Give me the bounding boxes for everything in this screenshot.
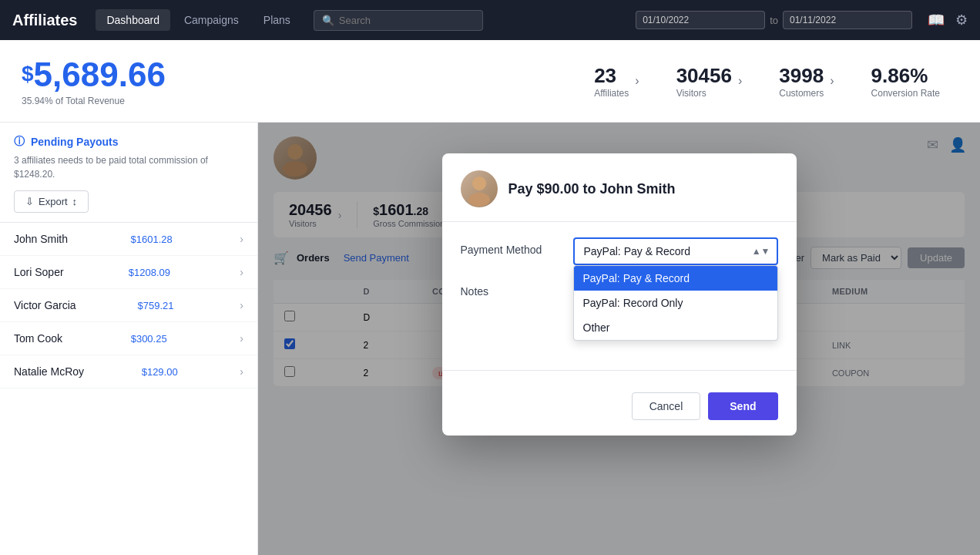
revenue-label: 35.94% of Total Revenue — [22, 96, 166, 106]
summary-stats: 23 Affiliates › 30456 Visitors › 3998 Cu… — [576, 64, 958, 99]
stat-conversion-info: 9.86% Conversion Rate — [871, 64, 940, 99]
payment-method-field: Payment Method PayPal: Pay & Record PayP… — [461, 237, 778, 265]
affiliate-amount: $759.21 — [138, 300, 174, 311]
summary-revenue: $5,689.66 35.94% of Total Revenue — [22, 56, 166, 106]
search-box: 🔍 — [314, 10, 483, 31]
svg-point-3 — [468, 193, 490, 207]
info-icon: ⓘ — [14, 135, 25, 149]
nav-plans[interactable]: Plans — [253, 9, 301, 31]
search-input[interactable] — [339, 11, 475, 30]
cancel-button[interactable]: Cancel — [632, 392, 701, 420]
affiliate-row-victor-garcia[interactable]: Victor Garcia $759.21 › — [0, 289, 257, 322]
payment-dropdown: PayPal: Pay & Record PayPal: Record Only… — [573, 265, 778, 341]
stat-customers-arrow[interactable]: › — [830, 74, 834, 88]
revenue-display: $5,689.66 — [22, 56, 166, 94]
book-icon[interactable]: 📖 — [928, 12, 945, 29]
stat-conversion-value: 9.86% — [871, 64, 940, 88]
stat-visitors-arrow[interactable]: › — [738, 74, 742, 88]
nav-icons: 📖 ⚙ — [928, 12, 968, 29]
affiliate-row-natalie-mcroy[interactable]: Natalie McRoy $129.00 › — [0, 355, 257, 388]
affiliate-name: John Smith — [14, 233, 68, 245]
export-icon: ⇩ — [25, 196, 34, 207]
affiliate-name: Tom Cook — [14, 332, 62, 345]
stat-customers-info: 3998 Customers — [779, 64, 824, 99]
stat-customers-value: 3998 — [779, 64, 824, 88]
modal-title: Pay $90.00 to John Smith — [508, 181, 676, 197]
affiliate-row-john-smith[interactable]: John Smith $1601.28 › — [0, 223, 257, 256]
modal-footer: Cancel Send — [442, 383, 797, 436]
send-button[interactable]: Send — [708, 392, 777, 420]
stat-customers-label: Customers — [779, 88, 824, 99]
payment-modal: Pay $90.00 to John Smith Payment Method … — [442, 153, 797, 436]
sidebar-header: ⓘ Pending Payouts 3 affiliates needs to … — [0, 123, 257, 223]
main-content: $5,689.66 35.94% of Total Revenue 23 Aff… — [0, 40, 980, 555]
settings-icon[interactable]: ⚙ — [955, 12, 968, 29]
stat-affiliates-value: 23 — [594, 64, 629, 88]
affiliate-name: Lori Soper — [14, 266, 64, 278]
payment-method-select-wrapper: PayPal: Pay & Record PayPal: Record Only… — [573, 237, 778, 265]
affiliate-row-lori-soper[interactable]: Lori Soper $1208.09 › — [0, 256, 257, 289]
affiliate-amount: $300.25 — [131, 333, 167, 345]
nav-links: Dashboard Campaigns Plans — [96, 9, 300, 31]
sidebar: ⓘ Pending Payouts 3 affiliates needs to … — [0, 123, 258, 555]
payment-method-label: Payment Method — [461, 237, 561, 256]
export-label: Export — [39, 196, 68, 207]
dropdown-option-paypal-pay[interactable]: PayPal: Pay & Record — [574, 266, 777, 291]
revenue-dollar-sign: $ — [22, 62, 34, 86]
svg-point-2 — [472, 177, 486, 190]
stat-affiliates-info: 23 Affiliates — [594, 64, 629, 99]
affiliate-name: Victor Garcia — [14, 299, 76, 311]
stat-affiliates-arrow[interactable]: › — [635, 74, 639, 88]
pending-payouts-desc: 3 affiliates needs to be paid total comm… — [14, 153, 243, 181]
stat-visitors-info: 30456 Visitors — [676, 64, 732, 99]
affiliate-row-tom-cook[interactable]: Tom Cook $300.25 › — [0, 322, 257, 355]
affiliate-amount: $1601.28 — [131, 234, 173, 245]
export-button[interactable]: ⇩ Export ↕ — [14, 190, 89, 213]
export-chevron-icon: ↕ — [72, 196, 78, 207]
affiliate-name: Natalie McRoy — [14, 365, 84, 378]
modal-avatar — [461, 170, 498, 207]
affiliate-amount: $1208.09 — [129, 267, 170, 278]
summary-bar: $5,689.66 35.94% of Total Revenue 23 Aff… — [0, 40, 980, 123]
affiliate-arrow-icon: › — [240, 365, 243, 378]
date-range: to — [636, 11, 912, 29]
affiliate-arrow-icon: › — [240, 266, 243, 278]
date-to-input[interactable] — [783, 11, 912, 29]
stat-conversion: 9.86% Conversion Rate — [853, 64, 958, 99]
pending-payouts-label: Pending Payouts — [31, 136, 119, 148]
stat-visitors-label: Visitors — [676, 88, 732, 99]
dropdown-option-other[interactable]: Other — [574, 315, 777, 340]
topnav: Affiliates Dashboard Campaigns Plans 🔍 t… — [0, 0, 980, 40]
affiliates-list: John Smith $1601.28 › Lori Soper $1208.0… — [0, 223, 257, 555]
page-body: ⓘ Pending Payouts 3 affiliates needs to … — [0, 123, 980, 555]
payment-method-select[interactable]: PayPal: Pay & Record PayPal: Record Only… — [573, 237, 778, 265]
date-separator: to — [770, 15, 778, 26]
modal-overlay: Pay $90.00 to John Smith Payment Method … — [258, 123, 980, 555]
revenue-value: 5,689.66 — [34, 56, 166, 93]
pending-payouts-title: ⓘ Pending Payouts — [14, 135, 243, 149]
search-icon: 🔍 — [322, 15, 334, 26]
date-from-input[interactable] — [636, 11, 765, 29]
brand-logo: Affiliates — [12, 12, 77, 29]
stat-conversion-label: Conversion Rate — [871, 88, 940, 99]
modal-body: Payment Method PayPal: Pay & Record PayP… — [442, 222, 797, 370]
right-content: ✉ 👤 — [258, 123, 980, 555]
stat-visitors-value: 30456 — [676, 64, 732, 88]
affiliate-arrow-icon: › — [240, 233, 243, 245]
affiliate-amount: $129.00 — [142, 366, 178, 378]
nav-dashboard[interactable]: Dashboard — [96, 9, 170, 31]
stat-customers: 3998 Customers › — [760, 64, 852, 99]
nav-campaigns[interactable]: Campaigns — [173, 9, 250, 31]
affiliate-arrow-icon: › — [240, 332, 243, 345]
stat-affiliates-label: Affiliates — [594, 88, 629, 99]
stat-visitors: 30456 Visitors › — [658, 64, 761, 99]
dropdown-option-paypal-record[interactable]: PayPal: Record Only — [574, 291, 777, 315]
stat-affiliates: 23 Affiliates › — [576, 64, 657, 99]
notes-label: Notes — [461, 279, 561, 298]
modal-header: Pay $90.00 to John Smith — [442, 153, 797, 222]
affiliate-arrow-icon: › — [240, 299, 243, 311]
modal-divider — [442, 370, 797, 371]
